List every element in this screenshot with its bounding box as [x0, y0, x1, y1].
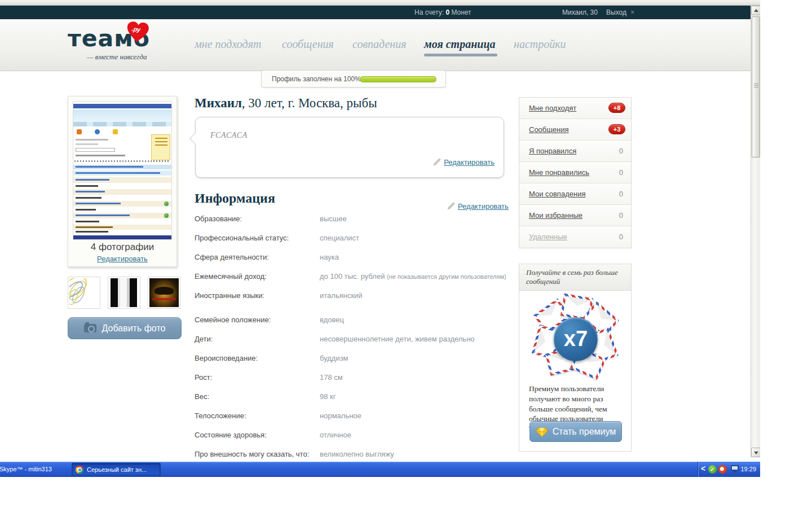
screen: На счету: 0 Монет Михаил, 30 Выход × теа… — [0, 0, 812, 508]
site-header: теамо .ру — вместе навсегда мне подходят… — [0, 19, 760, 71]
scrollbar-thumb[interactable] — [752, 16, 760, 157]
status-bubble: FCACACA Редактировать — [195, 117, 504, 178]
nav-nastroyki[interactable]: настройки — [514, 38, 566, 51]
nav-moya-stranitsa[interactable]: моя страница — [424, 38, 496, 51]
field-value: отличное — [320, 431, 351, 439]
field-row: Профессиональный статус:специалист — [195, 231, 506, 251]
info-edit-link[interactable]: Редактировать — [447, 201, 504, 212]
browser-window: На счету: 0 Монет Михаил, 30 Выход × теа… — [0, 0, 760, 477]
field-label: Иностранные языки: — [195, 291, 264, 300]
premium-promo: Получайте в семь раз больше сообщений x7… — [519, 264, 632, 452]
field-value: наука — [320, 253, 339, 261]
logo-tld: .ру — [131, 25, 141, 33]
field-row: Семейное положение:вдовец — [195, 313, 506, 332]
field-row: Сфера деятельности:наука — [195, 251, 506, 270]
sidebar-item-moi-sovpadeniya[interactable]: Мои совпадения 0 — [519, 183, 631, 205]
sidebar-item-moi-izbrannye[interactable]: Мои избранные 0 — [519, 205, 631, 226]
field-label: Сфера деятельности: — [195, 253, 269, 261]
premium-button-label: Стать премиум — [553, 427, 616, 436]
logout-link[interactable]: Выход × — [606, 6, 634, 19]
menu-label: Я понравился — [529, 147, 576, 155]
photos-edit-link[interactable]: Редактировать — [68, 255, 176, 263]
info-section-title: Информация — [195, 191, 275, 206]
field-value: итальянский — [320, 291, 363, 300]
photo-thumbnail-3[interactable] — [148, 277, 180, 309]
scroll-up-icon[interactable] — [751, 6, 760, 15]
nav-sovpadeniya[interactable]: совпадения — [352, 38, 407, 51]
tray-chevron-icon[interactable]: < — [701, 464, 705, 473]
field-value: высшее — [320, 214, 347, 223]
menu-count: 0 — [619, 190, 623, 198]
logout-label: Выход — [606, 8, 626, 16]
camera-icon — [84, 324, 96, 332]
taskbar-item-browser[interactable]: Серьезный сайт зн... — [72, 463, 161, 476]
vertical-scrollbar[interactable] — [751, 6, 760, 457]
sidebar-menu: Мне подходят +8 Сообщения +3 Я понравилс… — [519, 97, 632, 248]
profile-name: Михаил — [195, 96, 242, 110]
sidebar-item-ya-ponravilsya[interactable]: Я понравился 0 — [519, 141, 631, 162]
nav-soobshcheniya[interactable]: сообщения — [282, 38, 334, 51]
coin-balance: На счету: 0 Монет — [414, 6, 471, 19]
add-photo-label: Добавить фото — [102, 323, 166, 333]
menu-count: 0 — [619, 168, 623, 177]
topbar-user-link[interactable]: Михаил, 30 — [562, 6, 598, 19]
add-photo-button[interactable]: Добавить фото — [68, 317, 182, 339]
menu-count: 0 — [619, 211, 623, 220]
logo-tagline: — вместе навсегда — [87, 52, 169, 62]
network-tray-icon[interactable] — [730, 465, 740, 473]
status-edit-label: Редактировать — [444, 158, 495, 167]
field-label: Состояние здоровья: — [195, 431, 267, 439]
taskbar-item-label: Серьезный сайт зн... — [87, 466, 147, 473]
scribble-image — [69, 278, 99, 307]
antivirus-tray-icon[interactable]: ✓ — [708, 465, 717, 474]
scroll-down-icon[interactable] — [751, 448, 760, 457]
field-row: Дети:несовершеннолетние дети, живем разд… — [195, 332, 506, 352]
field-label: Семейное положение: — [195, 316, 271, 324]
photo-thumbnail-2[interactable] — [108, 277, 140, 309]
menu-label: Мои избранные — [529, 211, 582, 220]
field-value: специалист — [320, 234, 359, 242]
field-value: нормальное — [320, 411, 361, 420]
field-value: 178 см — [320, 373, 343, 382]
field-value: 98 кг — [320, 392, 336, 401]
thumb-grip — [754, 84, 758, 88]
field-row: Вес:98 кг — [195, 390, 506, 409]
sidebar-item-udalennye[interactable]: Удаленные 0 — [519, 226, 631, 248]
become-premium-button[interactable]: Стать премиум — [529, 421, 622, 442]
menu-count: 0 — [619, 233, 623, 241]
sidebar-item-mne-ponravilis[interactable]: Мне понравились 0 — [519, 162, 631, 183]
site-logo[interactable]: теамо .ру — вместе навсегда — [68, 27, 169, 62]
balance-label: На счету: — [414, 8, 444, 16]
profile-progress: Профиль заполнен на 100% — [261, 70, 446, 87]
sidebar-item-soobshcheniya[interactable]: Сообщения +3 — [519, 119, 631, 141]
menu-label: Мне понравились — [529, 168, 589, 177]
field-label: Вероисповедание: — [195, 354, 258, 362]
taskbar-item-skype[interactable]: Skype™ - mitin313 — [0, 463, 66, 476]
field-value: буддизм — [320, 354, 348, 362]
taskbar-clock[interactable]: 19:29 — [740, 462, 756, 477]
field-value: несовершеннолетние дети, живем раздельно — [320, 335, 475, 343]
nav-mne-podhodyat[interactable]: мне подходят — [195, 38, 261, 51]
field-label: Профессиональный статус: — [195, 234, 289, 242]
field-note: (не показывается другим пользователям) — [387, 273, 506, 280]
logo-text: теамо — [68, 27, 169, 50]
browser-edge — [0, 0, 760, 6]
balance-unit: Монет — [451, 8, 471, 16]
sidebar-item-mne-podhodyat[interactable]: Мне подходят +8 — [519, 98, 631, 119]
bubble-tail — [189, 133, 201, 144]
field-label: Про внешность могу сказать, что: — [195, 450, 309, 458]
menu-label: Удаленные — [529, 233, 567, 241]
promo-header: Получайте в семь раз больше сообщений — [519, 264, 631, 291]
field-row: Телосложение:нормальное — [195, 409, 506, 428]
photo-thumbnail-1[interactable] — [68, 277, 100, 309]
field-row: Иностранные языки:итальянский — [195, 289, 506, 308]
browser-tray-icon[interactable] — [718, 465, 727, 474]
new-count-badge: +8 — [608, 103, 625, 113]
profile-photo[interactable] — [73, 101, 172, 240]
status-edit-link[interactable]: Редактировать — [433, 157, 495, 168]
balance-value: 0 — [445, 8, 449, 16]
field-row: Образование:высшее — [195, 212, 506, 231]
menu-count: 0 — [619, 147, 623, 155]
field-label: Образование: — [195, 214, 242, 223]
progress-fill — [360, 76, 436, 82]
